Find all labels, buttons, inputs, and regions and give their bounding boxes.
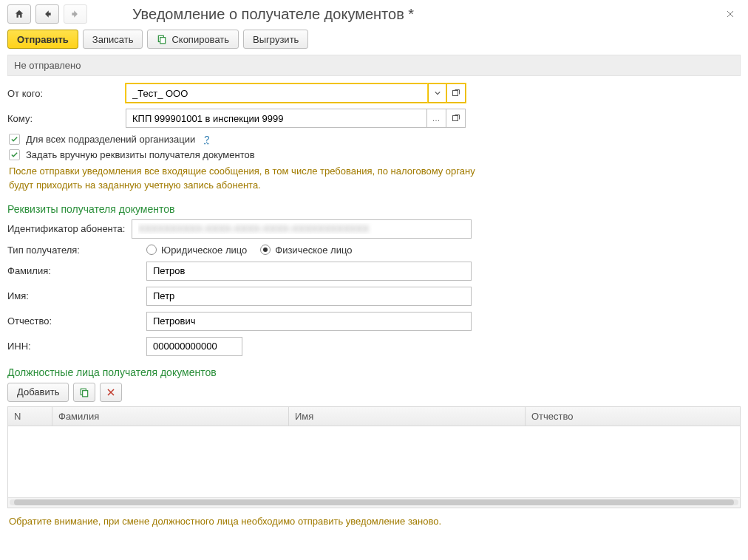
copy-row-button[interactable] bbox=[73, 383, 95, 402]
to-input[interactable] bbox=[126, 109, 426, 127]
all-units-label: Для всех подразделений организации bbox=[26, 134, 195, 145]
recipient-type-legal-label: Юридическое лицо bbox=[161, 245, 247, 256]
nav-back-button[interactable] bbox=[35, 4, 59, 24]
add-official-button[interactable]: Добавить bbox=[7, 383, 69, 402]
subscriber-id-label: Идентификатор абонента: bbox=[7, 223, 132, 234]
from-field[interactable] bbox=[126, 83, 429, 103]
col-patronymic[interactable]: Отчество bbox=[526, 407, 740, 426]
check-icon bbox=[10, 135, 18, 143]
inn-input[interactable] bbox=[146, 337, 242, 356]
col-firstname[interactable]: Имя bbox=[289, 407, 526, 426]
recipient-section-header: Реквизиты получателя документов bbox=[7, 203, 741, 215]
radio-icon bbox=[146, 245, 157, 255]
save-button-label: Записать bbox=[92, 34, 134, 45]
footer-note: Обратите внимание, при смене должностног… bbox=[0, 511, 748, 534]
table-hscroll[interactable] bbox=[8, 497, 740, 508]
save-button[interactable]: Записать bbox=[83, 30, 143, 49]
close-icon bbox=[726, 10, 735, 18]
home-icon bbox=[14, 9, 24, 19]
manual-label: Задать вручную реквизиты получателя доку… bbox=[26, 149, 255, 160]
inn-label: ИНН: bbox=[7, 341, 146, 352]
from-dropdown-button[interactable] bbox=[428, 83, 447, 103]
patronymic-input[interactable] bbox=[146, 312, 472, 331]
recipient-type-person[interactable]: Физическое лицо bbox=[260, 245, 352, 256]
manual-checkbox[interactable] bbox=[9, 149, 20, 160]
status-strip: Не отправлено bbox=[7, 55, 741, 76]
open-ref-icon bbox=[452, 89, 460, 98]
home-button[interactable] bbox=[7, 4, 31, 24]
col-n[interactable]: N bbox=[8, 407, 52, 426]
arrow-left-icon bbox=[42, 9, 52, 19]
open-ref-icon bbox=[452, 114, 460, 123]
send-button[interactable]: Отправить bbox=[7, 30, 78, 49]
radio-checked-icon bbox=[260, 245, 271, 255]
recipient-type-label: Тип получателя: bbox=[7, 245, 146, 256]
firstname-label: Имя: bbox=[7, 290, 146, 301]
check-icon bbox=[10, 151, 18, 159]
export-button[interactable]: Выгрузить bbox=[243, 30, 308, 49]
close-button[interactable] bbox=[720, 7, 741, 21]
from-input[interactable] bbox=[126, 84, 428, 102]
subscriber-id-input[interactable] bbox=[132, 220, 471, 238]
chevron-down-icon bbox=[435, 90, 441, 96]
to-select-button[interactable]: … bbox=[427, 109, 446, 128]
svg-rect-1 bbox=[160, 38, 166, 44]
delete-row-button[interactable] bbox=[100, 383, 122, 402]
officials-table[interactable]: N Фамилия Имя Отчество bbox=[7, 406, 741, 508]
window-title: Уведомление о получателе документов * bbox=[132, 6, 414, 23]
copy-button[interactable]: Скопировать bbox=[147, 30, 239, 49]
from-label: От кого: bbox=[7, 88, 126, 99]
col-lastname[interactable]: Фамилия bbox=[52, 407, 289, 426]
recipient-type-legal[interactable]: Юридическое лицо bbox=[146, 245, 247, 256]
to-label: Кому: bbox=[7, 113, 126, 124]
to-field[interactable] bbox=[126, 109, 427, 128]
lastname-label: Фамилия: bbox=[7, 265, 146, 276]
svg-rect-5 bbox=[83, 390, 88, 396]
send-button-label: Отправить bbox=[17, 34, 69, 45]
from-open-button[interactable] bbox=[446, 83, 466, 103]
table-header: N Фамилия Имя Отчество bbox=[8, 407, 740, 426]
to-open-button[interactable] bbox=[446, 109, 466, 128]
export-button-label: Выгрузить bbox=[253, 34, 299, 45]
svg-rect-3 bbox=[452, 116, 458, 121]
add-official-label: Добавить bbox=[17, 386, 59, 397]
copy-button-label: Скопировать bbox=[171, 34, 229, 45]
copy-row-icon bbox=[79, 387, 89, 397]
table-body[interactable] bbox=[8, 426, 740, 497]
all-units-checkbox[interactable] bbox=[9, 134, 20, 145]
recipient-type-person-label: Физическое лицо bbox=[275, 245, 352, 256]
info-note: После отправки уведомления все входящие … bbox=[9, 165, 482, 193]
copy-icon bbox=[157, 34, 167, 44]
firstname-input[interactable] bbox=[146, 287, 472, 306]
officials-section-header: Должностные лица получателя документов bbox=[7, 366, 741, 378]
nav-forward-button bbox=[64, 4, 87, 24]
delete-icon bbox=[106, 388, 115, 397]
all-units-help[interactable]: ? bbox=[204, 134, 209, 145]
arrow-right-icon bbox=[70, 9, 81, 19]
lastname-input[interactable] bbox=[146, 262, 472, 281]
patronymic-label: Отчество: bbox=[7, 315, 146, 327]
subscriber-id-field[interactable] bbox=[132, 219, 472, 239]
svg-rect-2 bbox=[453, 91, 458, 96]
